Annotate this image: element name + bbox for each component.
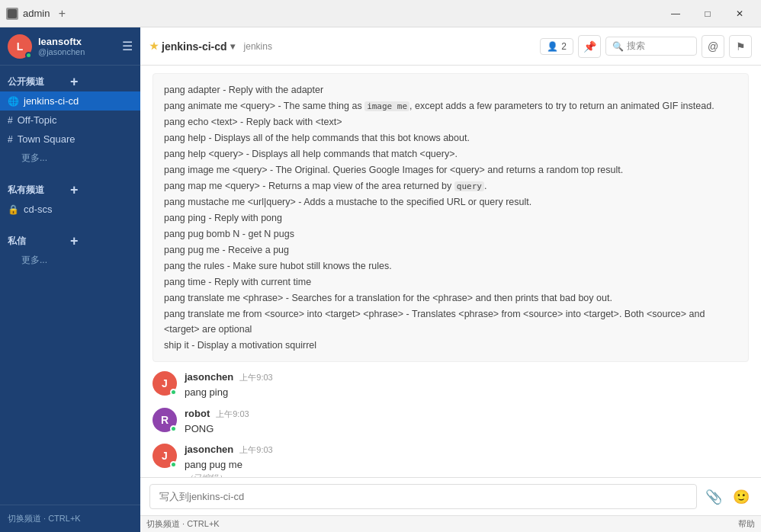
message-content: jasonchen 上午9:03 pang ping [185,371,749,400]
online-indicator [25,52,32,59]
sys-msg-14: pang translate me from <source> into <ta… [164,306,737,337]
sys-msg-4: pang help <query> - Displays all help co… [164,146,737,162]
sys-msg-3: pang help - Displays all of the help com… [164,130,737,146]
message-username: jasonchen [185,444,233,455]
channel-title: ★ jenkins-ci-cd ▾ [149,40,235,53]
private-channels-header: 私有频道 + [0,180,140,200]
flag-button[interactable]: ⚑ [729,35,752,58]
more-channels-link[interactable]: 更多... [0,149,140,168]
app-body: L leansoftx @jasonchen ☰ 公开频道 + 🌐 jenkin… [0,27,761,532]
pin-button[interactable]: 📌 [578,35,601,58]
table-row: R robot 上午9:03 PONG [153,408,749,437]
messages-area[interactable]: pang adapter - Reply with the adapter pa… [140,66,761,477]
hamburger-button[interactable]: ☰ [122,39,133,53]
public-channels-header: 公开频道 + [0,72,140,91]
new-tab-button[interactable]: + [54,6,69,21]
members-icon: 👤 [547,41,558,52]
window-controls: — □ ✕ [660,2,755,25]
message-text: pang pug me [185,457,749,473]
dm-section: 私信 + 更多... [0,225,140,276]
titlebar-left: admin + [6,6,69,21]
emoji-icon: 🙂 [733,489,750,505]
hash-icon-2: # [8,134,13,145]
sys-msg-9: pang pug bomb N - get N pugs [164,226,737,242]
sys-msg-15: ship it - Display a motivation squirrel [164,338,737,353]
members-button[interactable]: 👤 2 [540,38,573,55]
search-box[interactable]: 🔍 搜索 [605,37,697,56]
user-handle: @jasonchen [38,47,116,56]
sidebar-item-town-square[interactable]: # Town Square [0,130,140,149]
sidebar-footer: 切换频道 · CTRL+K [0,505,140,532]
channel-header: ★ jenkins-ci-cd ▾ jenkins 👤 2 📌 🔍 搜索 @ [140,27,761,66]
header-right: 👤 2 📌 🔍 搜索 @ ⚑ [540,35,752,58]
sys-msg-1: pang animate me <query> - The same thing… [164,98,737,114]
sys-msg-8: pang ping - Reply with pong [164,210,737,226]
message-username: robot [185,408,210,419]
online-indicator [170,425,177,432]
attachment-button[interactable]: 📎 [703,486,724,508]
sys-msg-12: pang time - Reply with current time [164,274,737,290]
channel-name: jenkins-ci-cd [162,40,227,53]
pin-icon: 📌 [583,40,596,53]
add-private-channel-button[interactable]: + [70,183,133,197]
sidebar-item-jenkins-ci-cd[interactable]: 🌐 jenkins-ci-cd [0,91,140,111]
at-button[interactable]: @ [702,35,724,58]
sys-msg-2: pang echo <text> - Reply back with <text… [164,114,737,130]
sys-msg-5: pang image me <query> - The Original. Qu… [164,162,737,178]
message-content: jasonchen 上午9:03 pang pug me （已编辑） pang … [185,444,749,477]
app-icon [6,8,18,20]
message-input[interactable] [149,484,697,509]
online-indicator [170,389,177,396]
message-header: jasonchen 上午9:03 [185,371,749,383]
svg-rect-0 [8,9,17,18]
sidebar-item-cd-scs[interactable]: 🔒 cd-scs [0,200,140,219]
message-content: robot 上午9:03 PONG [185,408,749,437]
titlebar-title: admin [23,8,50,19]
message-header: robot 上午9:03 [185,408,749,420]
public-channels-section: 公开频道 + 🌐 jenkins-ci-cd # Off-Topic # Tow… [0,66,140,174]
user-avatar-container: L [8,34,32,59]
sidebar-item-off-topic[interactable]: # Off-Topic [0,111,140,130]
lock-icon: 🔒 [8,204,19,215]
sidebar-header: L leansoftx @jasonchen ☰ [0,27,140,66]
hash-icon-1: # [8,115,13,126]
at-icon: @ [708,40,718,53]
channel-dropdown-button[interactable]: ▾ [230,41,235,52]
sys-msg-7: pang mustache me <url|query> - Adds a mu… [164,194,737,210]
shortcut-label: 切换频道 · CTRL+K [146,518,220,530]
channel-subtitle: jenkins [244,41,272,52]
table-row: J jasonchen 上午9:03 pang ping [153,371,749,400]
more-dm-link[interactable]: 更多... [0,251,140,270]
message-text: pang ping [185,385,749,400]
search-placeholder: 搜索 [627,40,645,53]
avatar: R [153,408,177,432]
members-count: 2 [561,41,567,52]
titlebar: admin + — □ ✕ [0,0,761,27]
sys-msg-0: pang adapter - Reply with the adapter [164,82,737,98]
globe-icon: 🌐 [8,96,19,107]
paperclip-icon: 📎 [705,489,722,505]
sys-msg-11: pang the rules - Make sure hubot still k… [164,258,737,274]
sys-msg-10: pang pug me - Receive a pug [164,242,737,258]
minimize-button[interactable]: — [660,2,691,25]
maximize-button[interactable]: □ [692,2,723,25]
input-bar: 📎 🙂 [140,477,761,515]
sys-msg-6: pang map me <query> - Returns a map view… [164,178,737,194]
flag-icon: ⚑ [736,40,746,53]
avatar: J [153,444,177,468]
help-label[interactable]: 帮助 [738,518,755,530]
online-indicator [170,461,177,468]
add-public-channel-button[interactable]: + [70,75,133,88]
channel-area: ★ jenkins-ci-cd ▾ jenkins 👤 2 📌 🔍 搜索 @ [140,27,761,532]
sidebar: L leansoftx @jasonchen ☰ 公开频道 + 🌐 jenkin… [0,27,140,532]
close-button[interactable]: ✕ [724,2,755,25]
search-icon: 🔍 [612,41,624,52]
star-icon[interactable]: ★ [149,40,159,52]
add-dm-button[interactable]: + [70,234,133,248]
message-header: jasonchen 上午9:03 [185,444,749,456]
message-time: 上午9:03 [239,444,272,456]
emoji-button[interactable]: 🙂 [730,486,752,508]
message-username: jasonchen [185,371,233,383]
private-channels-section: 私有频道 + 🔒 cd-scs [0,174,140,225]
sys-msg-13: pang translate me <phrase> - Searches fo… [164,290,737,306]
